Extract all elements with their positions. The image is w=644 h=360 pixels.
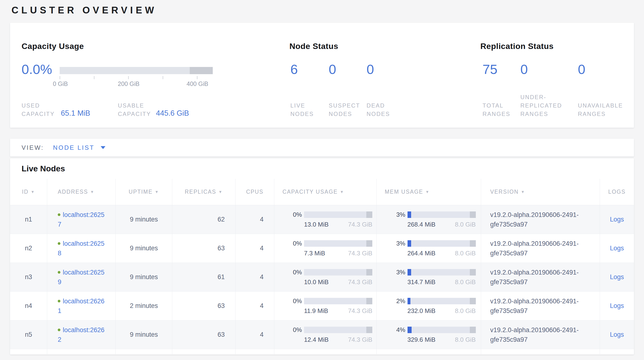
usage-used-value: 12.4 MiB [304, 336, 329, 343]
address-cell: localhost:26259 [47, 263, 116, 291]
node-id-cell: n4 [10, 292, 47, 320]
capacity-usage-cell: 0% 13.0 MiB 74.3 GiB [274, 205, 376, 234]
table-row: n4 localhost:26261 2 minutes 63 4 0% 11.… [10, 292, 634, 320]
usage-bar-fill [408, 212, 411, 218]
version-cell: v19.2.0-alpha.20190606-2491-gfe735c9a97 [481, 263, 600, 291]
usage-total-value: 74.3 GiB [348, 221, 372, 228]
capacity-usage-cell: 0% 11.9 MiB 74.3 GiB [274, 292, 376, 320]
view-dropdown[interactable]: NODE LIST [53, 144, 106, 151]
table-row: n3 localhost:26259 9 minutes 61 4 0% 10.… [10, 263, 634, 292]
unavailable-ranges-count: 0 [578, 63, 585, 76]
version-cell: v19.2.0-alpha.20190606-2491-gfe735c9a97 [481, 320, 600, 349]
column-header-version[interactable]: VERSION▼ [481, 179, 600, 205]
suspect-nodes-label: SUSPECT NODES [329, 101, 368, 118]
sort-arrow-icon: ▼ [31, 190, 35, 194]
axis-tick [60, 76, 60, 79]
logs-link[interactable]: Logs [610, 302, 624, 310]
chevron-down-icon[interactable] [100, 146, 106, 149]
used-capacity-label: USED CAPACITY [22, 101, 64, 118]
column-header-capacity-usage[interactable]: CAPACITY USAGE▼ [274, 179, 376, 205]
usage-total-value: 74.3 GiB [348, 250, 372, 257]
view-bar: VIEW: NODE LIST [10, 139, 634, 156]
address-link[interactable]: localhost:26261 [58, 298, 104, 314]
usage-percent: 0% [286, 326, 304, 334]
usage-used-value: 232.0 MiB [408, 307, 436, 315]
column-header-uptime[interactable]: UPTIME▼ [116, 179, 172, 205]
sort-arrow-icon: ▼ [425, 190, 430, 194]
empty-cell [47, 349, 116, 354]
sort-arrow-icon: ▼ [340, 190, 344, 194]
usage-bar-fill [408, 327, 412, 333]
usage-bar-end-segment [470, 240, 476, 247]
usage-bar-fill [408, 240, 411, 247]
address-link[interactable]: localhost:26262 [58, 326, 104, 343]
column-header-cpus: CPUS [236, 179, 274, 205]
usage-bar [408, 269, 476, 276]
usage-percent: 0% [286, 240, 304, 247]
address-link[interactable]: localhost:26259 [58, 269, 104, 286]
cpus-cell: 4 [236, 263, 274, 291]
address-link[interactable]: localhost:26257 [58, 211, 104, 228]
under-replicated-ranges-label: UNDER-REPLICATED RANGES [520, 93, 570, 118]
address-link[interactable]: localhost:26258 [58, 240, 104, 257]
column-header-mem-usage[interactable]: MEM USAGE▼ [376, 179, 481, 205]
address-cell: localhost:26258 [47, 234, 116, 263]
uptime-cell: 9 minutes [116, 263, 172, 291]
empty-cell [10, 349, 47, 354]
replicas-cell: 63 [172, 234, 236, 263]
capacity-gauge-bar [60, 67, 213, 74]
node-status-heading: Node Status [290, 42, 338, 51]
uptime-cell: 9 minutes [116, 205, 172, 234]
usage-bar-end-segment [470, 269, 476, 276]
logs-link[interactable]: Logs [610, 273, 624, 281]
usage-bar-end-segment [366, 269, 372, 276]
column-header-id[interactable]: ID▼ [10, 179, 47, 205]
usage-total-value: 8.0 GiB [455, 336, 476, 343]
usage-percent: 3% [390, 211, 408, 218]
live-nodes-label: LIVE NODES [290, 101, 325, 118]
column-header-address[interactable]: ADDRESS▼ [47, 179, 116, 205]
axis-tick [94, 76, 94, 79]
logs-link[interactable]: Logs [610, 331, 624, 338]
view-dropdown-value[interactable]: NODE LIST [53, 144, 94, 151]
usage-percent: 2% [390, 297, 408, 305]
uptime-cell: 9 minutes [116, 320, 172, 349]
sort-arrow-icon: ▼ [155, 190, 159, 194]
logs-link[interactable]: Logs [610, 245, 624, 252]
address-cell: localhost:26262 [47, 320, 116, 349]
column-header-replicas[interactable]: REPLICAS▼ [172, 179, 236, 205]
table-row-partial [10, 349, 634, 354]
axis-tick-label: 0 GiB [53, 80, 68, 87]
usage-total-value: 74.3 GiB [348, 336, 372, 343]
logs-cell: Logs [600, 320, 634, 349]
axis-tick-label: 400 GiB [187, 80, 208, 87]
usage-bar [304, 212, 372, 218]
usage-used-value: 264.4 MiB [408, 250, 436, 257]
usage-bar-end-segment [366, 327, 372, 333]
usage-bar [408, 298, 476, 304]
version-cell: v19.2.0-alpha.20190606-2491-gfe735c9a97 [481, 234, 600, 263]
usage-percent: 4% [390, 326, 408, 334]
usage-bar [304, 269, 372, 276]
table-header-row: ID▼ ADDRESS▼ UPTIME▼ REPLICAS▼ CPUS CAPA… [10, 179, 634, 205]
live-nodes-panel: Live Nodes ID▼ ADDRESS▼ UPTIME▼ REPLICAS… [10, 158, 634, 354]
live-nodes-count: 6 [290, 63, 298, 76]
mem-usage-cell: 3% 264.4 MiB 8.0 GiB [376, 234, 481, 263]
empty-cell [481, 349, 600, 354]
uptime-cell: 9 minutes [116, 234, 172, 263]
node-id-cell: n2 [10, 234, 47, 263]
logs-link[interactable]: Logs [610, 216, 624, 223]
usage-total-value: 8.0 GiB [455, 278, 476, 286]
empty-cell [376, 349, 481, 354]
axis-tick [163, 76, 163, 79]
usage-used-value: 7.3 MiB [304, 250, 325, 257]
cpus-cell: 4 [236, 292, 274, 320]
node-live-dot-icon [58, 213, 60, 216]
cpus-cell: 4 [236, 320, 274, 349]
logs-cell: Logs [600, 292, 634, 320]
mem-usage-cell: 4% 329.6 MiB 8.0 GiB [376, 320, 481, 349]
logs-cell: Logs [600, 205, 634, 234]
capacity-usage-heading: Capacity Usage [22, 42, 84, 51]
node-live-dot-icon [58, 300, 60, 302]
usage-bar-end-segment [470, 212, 476, 218]
